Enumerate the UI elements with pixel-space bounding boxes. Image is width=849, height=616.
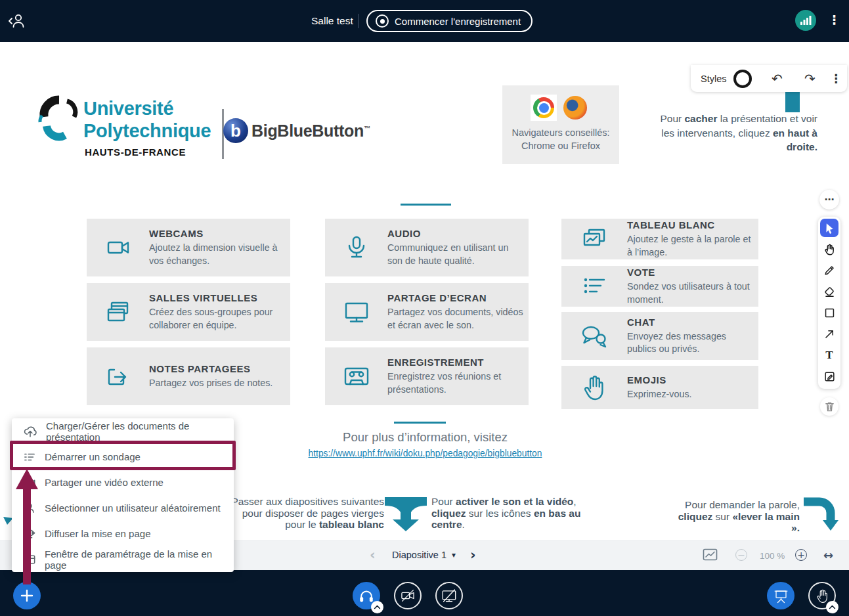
- start-recording-label: Commencer l'enregistrement: [395, 16, 521, 27]
- headphones-icon: [358, 588, 375, 604]
- next-slide-button[interactable]: ›: [470, 547, 476, 563]
- chrome-icon: [533, 97, 554, 118]
- browsers-card: [502, 85, 619, 164]
- menu-item-share-external-video[interactable]: Partager une vidéo externe: [12, 470, 234, 495]
- firefox-icon: [563, 96, 587, 120]
- eraser-tool[interactable]: [820, 282, 838, 301]
- whiteboard-icon: [581, 226, 607, 252]
- menu-item-layout-settings[interactable]: Fenêtre de paramétrage de la mise en pag…: [12, 546, 234, 572]
- select-tool[interactable]: [820, 219, 838, 237]
- browsers-card-text: Navigateurs conseillés: Chrome ou Firefo…: [502, 126, 619, 152]
- cursor-icon: [823, 221, 836, 234]
- whiteboard-more-tools-button[interactable]: ⋯: [819, 190, 839, 209]
- webcam-icon: [105, 234, 131, 261]
- users-panel-toggle-button[interactable]: [8, 12, 28, 32]
- options-menu-button[interactable]: ⋮: [828, 14, 840, 26]
- redo-button[interactable]: ↷: [794, 71, 827, 87]
- previous-slide-button[interactable]: ‹: [370, 547, 376, 563]
- feature-card-chat: CHATEnvoyez des messages publics ou priv…: [561, 312, 758, 360]
- feature-card-notes-partagees: NOTES PARTAGEESPartagez vos prises de no…: [87, 347, 290, 405]
- slide-arrow-up-graphic: [785, 91, 800, 112]
- connection-status-button[interactable]: [795, 10, 816, 31]
- plus-icon: [20, 588, 34, 603]
- uphf-logo-text: Université Polytechnique: [83, 97, 211, 142]
- arrow-tool[interactable]: [820, 325, 838, 343]
- audio-video-hint: Pour activer le son et la vidéo, cliquez…: [431, 496, 596, 531]
- chevron-up-icon: [829, 605, 836, 609]
- whiteboard-menu-button[interactable]: ⋮: [831, 72, 842, 85]
- raise-hand-hint: Pour demander la parole, cliquez sur «le…: [675, 499, 800, 534]
- screen-share-icon: [343, 299, 370, 325]
- presentation-board-icon: [773, 588, 789, 604]
- rectangle-tool[interactable]: [820, 304, 838, 322]
- undo-button[interactable]: ↶: [761, 71, 794, 87]
- zoom-in-button[interactable]: +: [795, 549, 807, 561]
- raise-hand-button-icon: [816, 588, 829, 604]
- hand-tool-icon: [823, 243, 836, 255]
- top-bar: Salle test Commencer l'enregistrement ⋮: [0, 0, 849, 42]
- screenshare-button[interactable]: [435, 582, 463, 609]
- feature-card-webcams: WEBCAMSAjoutez la dimension visuelle à v…: [87, 219, 290, 276]
- text-tool-icon: T: [825, 349, 833, 362]
- microphone-icon: [343, 234, 370, 261]
- whiteboard-styles-panel: Styles ↶ ↷ ⋮: [691, 65, 847, 92]
- room-title: Salle test: [311, 15, 353, 27]
- chat-icon: [580, 323, 609, 349]
- audio-options-badge[interactable]: [371, 601, 383, 613]
- eraser-icon: [823, 286, 836, 298]
- feature-card-vote: VOTESondez vos utilisateurs à tout momen…: [561, 266, 758, 307]
- cassette-icon: [343, 364, 370, 388]
- screenshare-off-icon: [441, 588, 458, 603]
- feature-card-tableau-blanc: TABLEAU BLANCAjoutez le geste à la parol…: [561, 219, 758, 259]
- menu-item-propagate-layout[interactable]: Diffuser la mise en page: [12, 521, 234, 546]
- feature-card-audio: AUDIOCommuniquez en utilisant un son de …: [325, 219, 529, 276]
- zoom-level-label: 100 %: [760, 551, 785, 561]
- fit-width-button[interactable]: ↔: [823, 548, 833, 562]
- text-tool[interactable]: T: [820, 346, 838, 364]
- slide-divider-line-top: [401, 204, 451, 206]
- slides-hint: Passer aux diapositives suivantes pour d…: [227, 496, 384, 531]
- poll-icon: [581, 276, 607, 297]
- slide-selector-dropdown[interactable]: Diapositive 1 ▾: [392, 550, 456, 560]
- upload-cloud-icon: [23, 425, 37, 438]
- restore-presentation-button[interactable]: [767, 582, 795, 609]
- wiki-link: https://www.uphf.fr/wiki/doku.php/pedago…: [309, 449, 542, 458]
- feature-card-salles-virtuelles: SALLES VIRTUELLESCréez des sous-groupes …: [87, 283, 290, 341]
- whiteboard-view-icon[interactable]: [703, 548, 718, 561]
- webcam-share-button[interactable]: [394, 582, 422, 609]
- feature-card-emojis: EMOJISExprimez-vous.: [561, 366, 758, 409]
- start-recording-button[interactable]: Commencer l'enregistrement: [366, 10, 533, 32]
- pencil-icon: [823, 264, 836, 276]
- more-info-block: Pour plus d’information, visitez https:/…: [276, 430, 575, 459]
- annotation-arrow-head: [16, 468, 38, 490]
- shared-notes-icon: [105, 363, 131, 389]
- note-tool[interactable]: [820, 368, 838, 386]
- bigbluebutton-app: Salle test Commencer l'enregistrement ⋮ …: [0, 0, 849, 616]
- hand-tool[interactable]: [820, 240, 838, 258]
- delete-shape-button[interactable]: [820, 397, 838, 416]
- back-chevron-person-icon: [8, 12, 28, 30]
- chevron-down-icon: ▾: [452, 550, 456, 560]
- bigbluebutton-logo-icon: b: [223, 118, 248, 143]
- top-bar-divider: [358, 14, 359, 28]
- actions-plus-button[interactable]: [13, 582, 41, 609]
- styles-button[interactable]: Styles: [701, 74, 727, 84]
- more-info-text: Pour plus d’information, visitez: [276, 430, 575, 445]
- note-edit-icon: [823, 370, 836, 383]
- reactions-badge[interactable]: [826, 601, 838, 613]
- menu-item-select-random-user[interactable]: Sélectionner un utilisateur aléatoiremen…: [12, 495, 234, 521]
- raise-hand-icon: [582, 374, 607, 401]
- slide-selector-label: Diapositive 1: [392, 550, 446, 560]
- annotation-arrow-shaft: [23, 489, 31, 584]
- slide-divider-line-bottom: [394, 422, 446, 424]
- style-color-ring-icon[interactable]: [733, 70, 752, 88]
- slide-arrow-down-graphic: [385, 497, 427, 531]
- whiteboard-toolbar: T: [818, 217, 840, 389]
- bigbluebutton-logo-text: BigBlueButton™: [251, 121, 370, 141]
- uphf-logo-icon: [36, 93, 82, 146]
- zoom-out-button[interactable]: −: [735, 549, 747, 561]
- draw-tool[interactable]: [820, 261, 838, 280]
- bottom-action-bar: [0, 570, 849, 616]
- slide-curved-arrow-graphic: [802, 494, 840, 535]
- record-icon: [376, 14, 389, 28]
